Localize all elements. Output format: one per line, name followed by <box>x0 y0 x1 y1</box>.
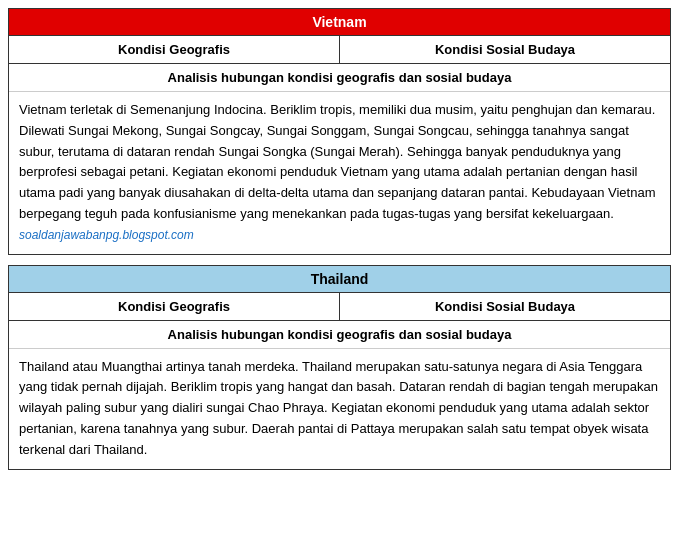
thailand-columns-row: Kondisi Geografis Kondisi Sosial Budaya <box>9 292 670 321</box>
thailand-col1-header: Kondisi Geografis <box>9 293 340 320</box>
thailand-analysis-label: Analisis hubungan kondisi geografis dan … <box>9 321 670 349</box>
page-container: Vietnam Kondisi Geografis Kondisi Sosial… <box>8 8 671 470</box>
vietnam-columns-row: Kondisi Geografis Kondisi Sosial Budaya <box>9 35 670 64</box>
vietnam-title: Vietnam <box>9 9 670 35</box>
vietnam-section: Vietnam Kondisi Geografis Kondisi Sosial… <box>8 8 671 255</box>
vietnam-content: Vietnam terletak di Semenanjung Indocina… <box>9 92 670 254</box>
vietnam-col2-header: Kondisi Sosial Budaya <box>340 36 670 63</box>
vietnam-analysis-label: Analisis hubungan kondisi geografis dan … <box>9 64 670 92</box>
thailand-content: Thailand atau Muangthai artinya tanah me… <box>9 349 670 469</box>
vietnam-col1-header: Kondisi Geografis <box>9 36 340 63</box>
thailand-section: Thailand Kondisi Geografis Kondisi Sosia… <box>8 265 671 470</box>
thailand-title: Thailand <box>9 266 670 292</box>
thailand-col2-header: Kondisi Sosial Budaya <box>340 293 670 320</box>
vietnam-watermark: soaldanjawabanpg.blogspot.com <box>19 228 194 242</box>
